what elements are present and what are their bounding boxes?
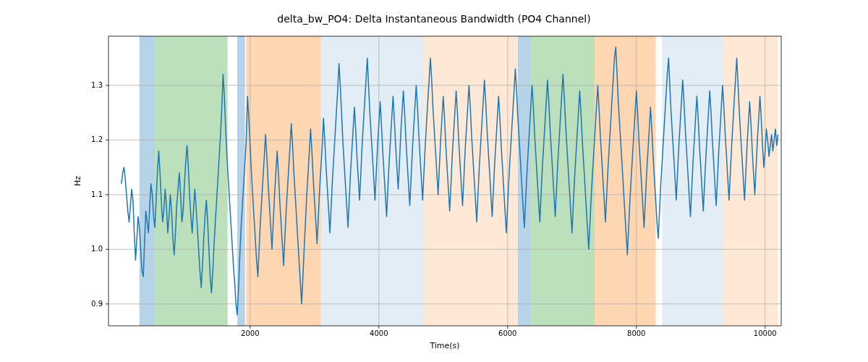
svg-text:1.2: 1.2 xyxy=(91,135,103,143)
y-axis-label: Hz xyxy=(73,176,82,186)
svg-text:0.9: 0.9 xyxy=(91,300,103,308)
svg-text:2000: 2000 xyxy=(241,329,259,337)
svg-text:4000: 4000 xyxy=(370,329,388,337)
x-ticks: 200040006000800010000 xyxy=(241,326,777,337)
band xyxy=(155,36,228,326)
svg-text:6000: 6000 xyxy=(498,329,516,337)
svg-text:1.3: 1.3 xyxy=(91,81,103,89)
y-ticks: 0.91.01.11.21.3 xyxy=(91,81,109,308)
svg-text:10000: 10000 xyxy=(754,329,777,337)
svg-text:8000: 8000 xyxy=(627,329,645,337)
band xyxy=(140,36,155,326)
band xyxy=(246,36,320,326)
band xyxy=(723,36,778,326)
x-axis-label: Time(s) xyxy=(109,341,781,350)
band xyxy=(662,36,723,326)
figure: delta_bw_PO4: Delta Instantaneous Bandwi… xyxy=(0,0,868,362)
chart-title: delta_bw_PO4: Delta Instantaneous Bandwi… xyxy=(0,13,868,25)
band xyxy=(518,36,530,326)
svg-text:1.0: 1.0 xyxy=(91,245,103,253)
svg-text:1.1: 1.1 xyxy=(91,190,103,198)
axes: 200040006000800010000 0.91.01.11.21.3 Hz… xyxy=(109,36,781,326)
band xyxy=(424,36,518,326)
plot-svg: 200040006000800010000 0.91.01.11.21.3 xyxy=(109,36,781,326)
